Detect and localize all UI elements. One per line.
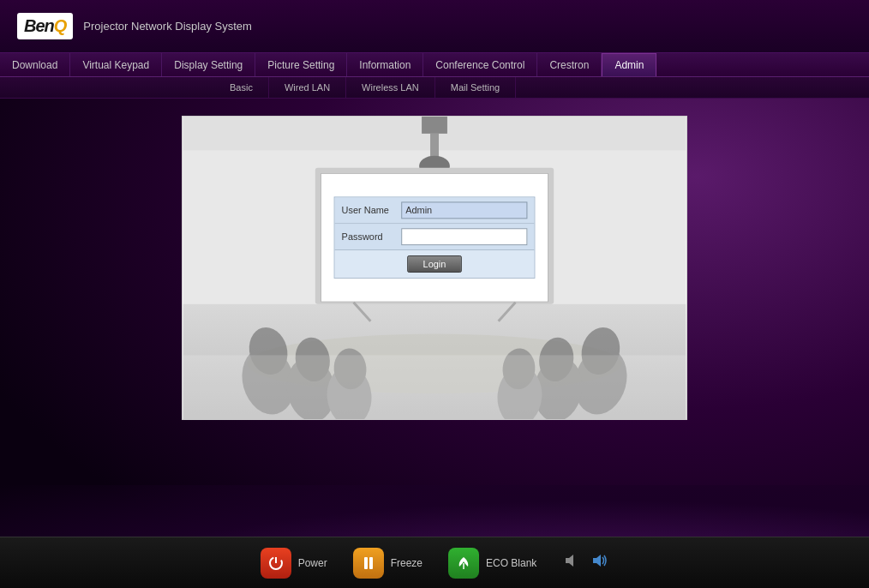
freeze-svg [360, 555, 377, 572]
sub-nav-basic[interactable]: Basic [214, 77, 269, 98]
svg-rect-24 [183, 355, 686, 419]
room-container: User Name Password Login [182, 116, 687, 420]
main-content: User Name Password Login [0, 99, 869, 537]
system-title: Projector Network Display System [83, 20, 252, 33]
sub-nav-wired-lan[interactable]: Wired LAN [269, 77, 346, 98]
power-toolbar-item[interactable]: Power [261, 548, 327, 579]
password-input[interactable] [401, 228, 527, 245]
username-input[interactable] [401, 201, 527, 219]
svg-rect-4 [422, 117, 447, 134]
header: BenQ Projector Network Display System [0, 0, 869, 53]
svg-marker-31 [593, 555, 601, 567]
svg-rect-28 [369, 557, 373, 569]
password-label: Password [342, 231, 402, 242]
svg-marker-30 [566, 555, 573, 567]
volume-mute-icon[interactable] [562, 551, 581, 574]
eco-label: ECO Blank [486, 557, 536, 569]
eco-svg [455, 555, 472, 572]
volume-up-icon[interactable] [590, 551, 608, 574]
benq-logo: BenQ [17, 13, 73, 39]
bottom-toolbar: Power Freeze ECO Blank [0, 537, 869, 588]
svg-rect-27 [364, 557, 368, 569]
room-scene: User Name Password Login [183, 117, 686, 419]
power-svg [267, 555, 285, 572]
sub-nav-bar: Basic Wired LAN Wireless LAN Mail Settin… [0, 77, 869, 99]
nav-item-information[interactable]: Information [347, 53, 423, 76]
freeze-icon [353, 548, 384, 579]
nav-item-crestron[interactable]: Crestron [537, 53, 602, 76]
freeze-toolbar-item[interactable]: Freeze [353, 548, 423, 579]
eco-toolbar-item[interactable]: ECO Blank [448, 548, 536, 579]
eco-icon [448, 548, 479, 579]
nav-item-display-setting[interactable]: Display Setting [162, 53, 255, 76]
freeze-label: Freeze [391, 557, 423, 569]
nav-bar: Download Virtual Keypad Display Setting … [0, 53, 869, 77]
username-label: User Name [342, 205, 402, 215]
sub-nav-wireless-lan[interactable]: Wireless LAN [346, 77, 435, 98]
nav-item-virtual-keypad[interactable]: Virtual Keypad [70, 53, 162, 76]
logo-area: BenQ Projector Network Display System [17, 13, 252, 39]
volume-control [562, 551, 608, 574]
nav-item-download[interactable]: Download [0, 53, 70, 76]
power-icon [261, 548, 291, 579]
nav-item-conference-control[interactable]: Conference Control [423, 53, 537, 76]
sub-nav-mail-setting[interactable]: Mail Setting [435, 77, 516, 98]
power-label: Power [298, 557, 327, 569]
login-button[interactable]: Login [407, 255, 463, 273]
nav-item-picture-setting[interactable]: Picture Setting [255, 53, 347, 76]
nav-item-admin[interactable]: Admin [602, 53, 656, 76]
